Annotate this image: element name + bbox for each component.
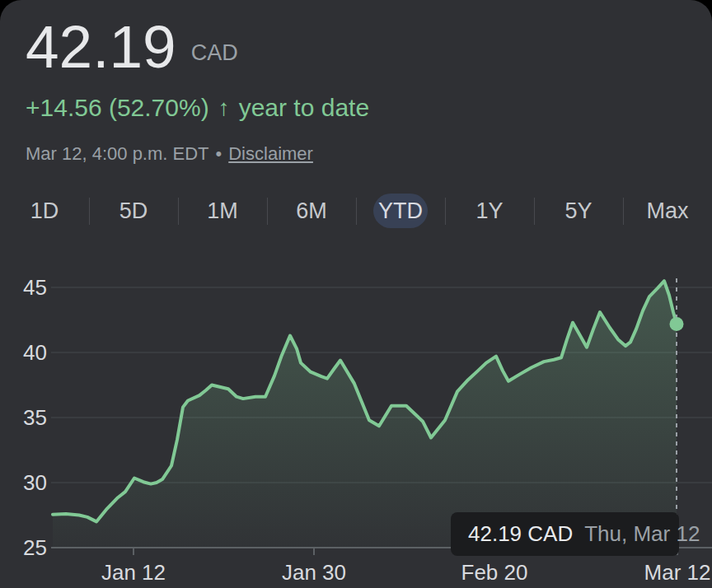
last-price-dot — [670, 317, 684, 331]
tab-cell: 5Y — [534, 189, 623, 232]
tab-cell: 1D — [0, 189, 89, 232]
y-axis-label: 35 — [23, 405, 47, 430]
disclaimer-link[interactable]: Disclaimer — [228, 143, 313, 165]
y-axis-label: 25 — [23, 535, 47, 560]
chart-tooltip: 42.19 CAD Thu, Mar 12 — [451, 512, 679, 556]
tab-6m[interactable]: 6M — [291, 194, 332, 228]
tab-cell: 1M — [178, 189, 267, 232]
tab-1m[interactable]: 1M — [202, 194, 243, 228]
tab-5y[interactable]: 5Y — [560, 194, 597, 228]
tooltip-date: Thu, Mar 12 — [584, 521, 700, 547]
tab-1d[interactable]: 1D — [26, 194, 64, 228]
current-price: 42.19 — [26, 16, 176, 77]
tab-1y[interactable]: 1Y — [471, 194, 508, 228]
tooltip-price: 42.19 CAD — [468, 521, 573, 547]
tab-cell: 1Y — [445, 189, 534, 232]
tab-max[interactable]: Max — [641, 194, 693, 228]
y-axis-label: 40 — [23, 340, 47, 365]
tab-5d[interactable]: 5D — [115, 194, 153, 228]
currency-label: CAD — [191, 40, 238, 66]
y-axis-label: 45 — [23, 275, 47, 300]
x-axis-label: Jan 30 — [282, 560, 346, 585]
change-period: year to date — [239, 94, 369, 122]
price-header: 42.19 CAD — [26, 16, 238, 77]
timestamp: Mar 12, 4:00 p.m. EDT — [26, 143, 209, 165]
y-axis-labels: 4540353025 — [23, 275, 47, 560]
tab-ytd[interactable]: YTD — [373, 194, 428, 228]
time-range-tabs: 1D 5D 1M 6M YTD 1Y 5Y Max — [0, 189, 712, 232]
tab-cell: Max — [623, 189, 712, 232]
x-axis-label: Jan 12 — [101, 560, 166, 585]
finance-card: 42.19 CAD +14.56 (52.70%) ↑ year to date… — [0, 0, 712, 588]
tab-cell: YTD — [356, 189, 445, 232]
chart-area-fill — [53, 281, 677, 548]
separator-dot: • — [216, 143, 222, 165]
y-axis-label: 30 — [23, 470, 47, 495]
x-axis-label: Mar 12 — [644, 560, 711, 585]
x-axis-label: Feb 20 — [461, 560, 528, 585]
timestamp-row: Mar 12, 4:00 p.m. EDT • Disclaimer — [26, 143, 313, 165]
tab-cell: 6M — [267, 189, 356, 232]
tab-cell: 5D — [89, 189, 178, 232]
trend-up-icon: ↑ — [218, 95, 230, 121]
price-change: +14.56 (52.70%) — [26, 94, 209, 122]
price-change-row: +14.56 (52.70%) ↑ year to date — [26, 94, 369, 122]
